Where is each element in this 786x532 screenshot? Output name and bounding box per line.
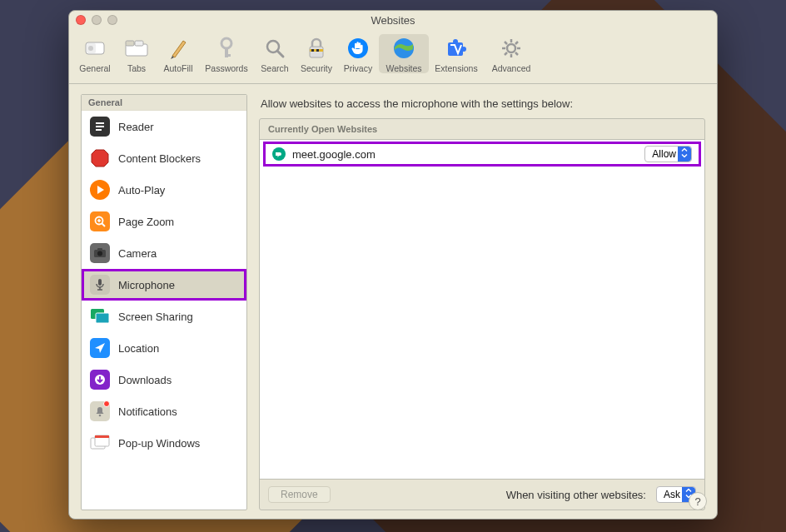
main-panel: Allow websites to access the microphone …: [259, 94, 705, 510]
svg-point-6: [221, 38, 231, 48]
toolbar-label: Privacy: [344, 63, 372, 73]
sidebar-item-popups[interactable]: Pop-up Windows: [82, 427, 246, 459]
svg-rect-11: [310, 47, 323, 57]
sidebar-item-screensharing[interactable]: Screen Sharing: [82, 301, 246, 332]
toolbar-label: Advanced: [492, 63, 531, 73]
pencil-icon: [166, 36, 191, 61]
site-name: meet.google.com: [292, 148, 638, 161]
chevron-updown-icon: [680, 148, 689, 161]
sidebar-item-label: Content Blockers: [118, 152, 201, 165]
toolbar-label: Search: [261, 63, 288, 73]
chevron-updown-icon: [684, 489, 693, 501]
toolbar-security[interactable]: Security: [296, 34, 337, 73]
svg-rect-31: [96, 129, 102, 131]
preferences-window: Websites General Tabs AutoFill Passwords: [68, 10, 718, 520]
svg-point-39: [97, 251, 102, 256]
remove-button[interactable]: Remove: [268, 486, 331, 503]
search-icon: [262, 36, 287, 61]
sidebar-item-microphone[interactable]: Microphone: [82, 269, 246, 301]
svg-point-47: [99, 415, 102, 417]
toolbar: General Tabs AutoFill Passwords Search: [69, 29, 717, 84]
switch-icon: [82, 36, 107, 61]
toolbar-passwords[interactable]: Passwords: [199, 34, 254, 73]
gear-icon: [499, 36, 524, 61]
permission-select[interactable]: Allow: [644, 146, 692, 162]
sidebar-item-label: Reader: [118, 121, 154, 133]
svg-point-20: [507, 44, 515, 52]
svg-rect-30: [96, 126, 104, 127]
svg-rect-13: [311, 49, 314, 52]
sidebar-item-pagezoom[interactable]: Page Zoom: [82, 206, 246, 237]
toolbar-label: Websites: [386, 63, 422, 73]
svg-rect-41: [98, 279, 102, 286]
remove-label: Remove: [281, 489, 318, 500]
windows-icon: [90, 433, 110, 453]
website-row[interactable]: meet.google.com Allow: [263, 142, 701, 167]
svg-line-25: [505, 42, 507, 44]
default-permission-select[interactable]: Ask: [656, 486, 696, 503]
footer-label: When visiting other websites:: [506, 489, 646, 501]
key-icon: [214, 36, 239, 61]
svg-rect-29: [96, 122, 104, 124]
toolbar-websites[interactable]: Websites: [379, 34, 429, 73]
sidebar-item-downloads[interactable]: Downloads: [82, 364, 246, 395]
svg-line-26: [515, 52, 518, 55]
toolbar-search[interactable]: Search: [254, 34, 296, 73]
stop-icon: [90, 148, 110, 168]
tabs-icon: [124, 36, 149, 61]
sidebar-item-label: Downloads: [118, 374, 172, 386]
sidebar-item-label: Microphone: [118, 279, 175, 291]
sidebar-item-label: Location: [118, 342, 159, 355]
sidebar-item-autoplay[interactable]: Auto-Play: [82, 174, 246, 206]
sidebar-item-label: Pop-up Windows: [118, 437, 200, 450]
svg-line-10: [277, 51, 283, 57]
help-label: ?: [694, 495, 700, 508]
location-icon: [90, 338, 110, 358]
globe-icon: [391, 36, 416, 61]
svg-rect-45: [96, 313, 109, 323]
play-icon: [90, 180, 110, 200]
sidebar-item-contentblockers[interactable]: Content Blockers: [82, 142, 246, 174]
toolbar-label: Extensions: [435, 63, 477, 73]
svg-rect-8: [225, 54, 231, 57]
sidebar-item-reader[interactable]: Reader: [82, 111, 246, 142]
svg-rect-50: [95, 435, 109, 438]
sidebar-item-notifications[interactable]: Notifications: [82, 395, 246, 427]
toolbar-advanced[interactable]: Advanced: [484, 34, 539, 73]
svg-rect-4: [126, 41, 134, 46]
site-favicon: [272, 147, 286, 161]
svg-point-18: [453, 39, 458, 44]
svg-line-27: [505, 52, 507, 55]
sidebar-item-label: Notifications: [118, 405, 177, 418]
sidebar-item-label: Auto-Play: [118, 184, 165, 196]
sidebar-header: General: [82, 95, 246, 111]
sidebar-item-camera[interactable]: Camera: [82, 237, 246, 269]
toolbar-extensions[interactable]: Extensions: [429, 34, 484, 73]
permission-value: Allow: [652, 148, 676, 160]
toolbar-autofill[interactable]: AutoFill: [157, 34, 199, 73]
zoom-icon: [90, 211, 110, 231]
toolbar-label: AutoFill: [163, 63, 192, 73]
toolbar-tabs[interactable]: Tabs: [116, 34, 157, 73]
svg-rect-14: [316, 49, 319, 52]
svg-marker-32: [92, 150, 108, 167]
lock-icon: [304, 36, 329, 61]
toolbar-label: General: [79, 63, 110, 73]
sidebar-item-label: Page Zoom: [118, 216, 174, 228]
screens-icon: [90, 306, 110, 326]
toolbar-privacy[interactable]: Privacy: [337, 34, 379, 73]
svg-rect-5: [135, 41, 143, 46]
default-permission-value: Ask: [664, 489, 680, 500]
section-label: Currently Open Websites: [260, 119, 704, 139]
svg-rect-40: [97, 248, 102, 251]
download-icon: [90, 370, 110, 390]
toolbar-general[interactable]: General: [74, 34, 116, 73]
svg-marker-33: [97, 186, 104, 194]
sidebar: General Reader Content Blockers Auto-Pla…: [81, 94, 247, 510]
camera-icon: [90, 243, 110, 263]
sidebar-item-location[interactable]: Location: [82, 332, 246, 364]
puzzle-icon: [444, 36, 469, 61]
hand-icon: [346, 36, 371, 61]
website-list: meet.google.com Allow: [260, 139, 704, 480]
svg-line-28: [515, 42, 518, 44]
